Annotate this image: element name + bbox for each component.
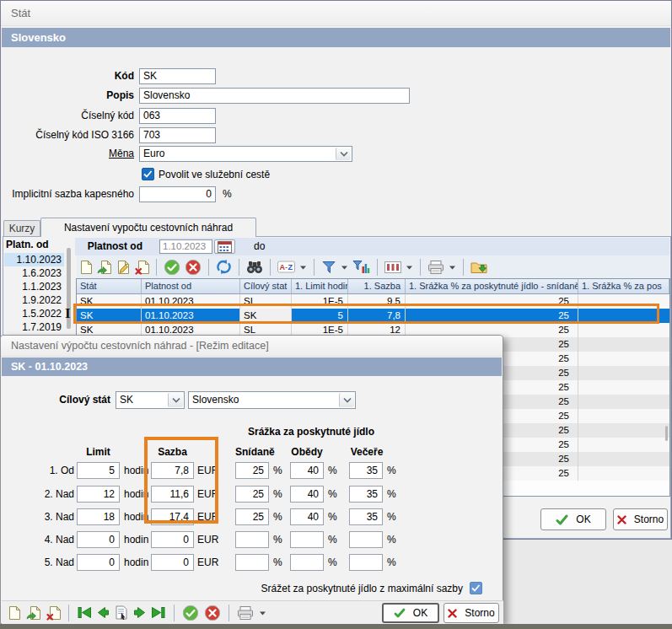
sazba-input[interactable]: 0 [151,531,194,548]
chevron-down-icon[interactable] [336,148,351,160]
nav-next-icon[interactable] [133,604,146,622]
column-header[interactable]: 1. Srážka % za poskytnuté jídlo - snídan… [406,279,578,294]
limit-input[interactable]: 0 [77,531,120,548]
snidane-input[interactable] [235,554,269,571]
dropdown-icon[interactable] [406,258,413,277]
date-list-item[interactable]: 1.7.2019 [4,320,64,334]
limit-input[interactable]: 5 [77,462,120,479]
dialog-storno-button[interactable]: Storno [444,603,499,623]
date-list-item[interactable]: 1.9.2022 [4,293,64,307]
povolit-checkbox[interactable] [142,168,154,180]
table-cell: SI [240,294,292,309]
table-scrollbar[interactable] [665,426,668,441]
tab-kurzy[interactable]: Kurzy [3,220,40,236]
dialog-ok-button[interactable]: OK [382,603,439,623]
vecere-input[interactable] [349,554,383,571]
export-folder-icon[interactable] [470,258,488,277]
ok-button[interactable]: OK [540,508,606,530]
snidane-input[interactable]: 25 [235,486,269,503]
snidane-input[interactable]: 25 [235,508,269,525]
column-header[interactable]: Cílový stat [240,279,292,294]
snidane-input[interactable] [235,531,269,548]
sazba-input[interactable]: 11,6 [151,486,194,503]
doc-new-icon[interactable] [79,258,93,277]
screen: Stát Slovensko Kód SK Popis Slovensko Čí… [0,0,672,629]
vecere-column-header: Večeře [349,446,384,458]
mena-combobox[interactable]: Euro [139,146,352,162]
limit-input[interactable]: 18 [77,508,120,525]
dropdown-icon[interactable] [259,604,266,622]
mena-label[interactable]: Měna [1,146,134,162]
date-list-item[interactable]: 1.5.2022 [4,307,64,320]
column-header[interactable]: Platnost od [142,279,240,294]
doc-delete-icon[interactable] [135,258,149,277]
vecere-input[interactable]: 35 [349,508,383,525]
obedy-input[interactable] [290,554,324,571]
iso-kod-field[interactable]: 703 [139,127,216,143]
refresh-icon[interactable] [216,258,232,277]
print-icon[interactable] [237,604,254,622]
obedy-input[interactable]: 40 [290,508,324,525]
sort-az-icon[interactable]: A-Z [277,258,295,277]
dropdown-icon[interactable] [341,258,348,277]
kod-field[interactable]: SK [139,68,216,84]
limit-input[interactable]: 12 [77,486,120,503]
sazba-input[interactable]: 0 [151,554,194,571]
nav-first-icon[interactable] [77,604,92,622]
ciselny-kod-field[interactable]: 063 [139,108,216,124]
filter-chart-icon[interactable] [352,258,370,277]
sazba-input[interactable]: 17,4 [151,508,194,525]
table-cell: SK [77,294,142,309]
snidane-input[interactable]: 25 [235,462,269,479]
column-header[interactable]: Stát [77,279,142,294]
obedy-input[interactable]: 40 [290,462,324,479]
vecere-input[interactable]: 35 [349,486,383,503]
nav-prev-icon[interactable] [97,604,110,622]
doc-edit-icon[interactable] [116,258,131,277]
srazet-checkbox[interactable] [470,582,482,594]
table-row[interactable]: SK01.10.2023SK57,825 [77,309,669,323]
nav-last-icon[interactable] [151,604,166,622]
print-icon[interactable] [427,258,444,277]
tab-nastaveni-nahrad[interactable]: Nastavení vypočtu cestovních náhrad [40,218,256,237]
column-header[interactable]: 1. Srážka % za pos [578,279,669,294]
limit-input[interactable]: 0 [77,554,120,571]
obedy-input[interactable] [290,531,324,548]
obedy-input[interactable]: 40 [290,486,324,503]
cilovy-stat-name-combobox[interactable]: Slovensko [188,391,356,409]
chevron-down-icon[interactable] [168,393,183,407]
storno-button[interactable]: Storno [613,508,668,530]
sazba-input[interactable]: 7,8 [151,462,194,479]
date-list-item[interactable]: 1.10.2023 [4,253,64,266]
doc-copy-icon[interactable] [97,258,112,277]
filter-funnel-icon[interactable] [321,258,336,277]
vecere-input[interactable] [349,531,383,548]
kapesne-field[interactable]: 0 [139,186,216,202]
ok-button-label: OK [576,513,590,525]
popis-field[interactable]: Slovensko [139,88,410,104]
doc-copy-icon[interactable] [26,604,41,622]
cancel-circle-icon[interactable] [204,604,221,622]
nav-report-icon[interactable] [115,604,128,622]
doc-delete-icon[interactable] [46,604,61,622]
date-list-item[interactable]: 1.1.2023 [4,280,64,293]
table-cell: SK [240,309,292,323]
dropdown-icon[interactable] [299,258,307,277]
columns-icon[interactable] [384,258,401,277]
chevron-down-icon[interactable] [339,393,354,407]
ok-circle-icon[interactable] [164,258,180,277]
date-list-item[interactable]: 1.6.2023 [4,266,64,280]
ok-circle-icon[interactable] [182,604,199,622]
doc-new-icon[interactable] [8,604,21,622]
binoculars-icon[interactable] [246,258,263,277]
platnost-od-input[interactable]: 1.10.2023 [159,239,212,254]
column-header[interactable]: 1. Limit hodin [292,279,348,294]
toolbar-separator [420,259,421,276]
dropdown-icon[interactable] [449,258,456,277]
table-row[interactable]: SK01.10.2023SI1E-59,525 [77,294,669,309]
column-header[interactable]: 1. Sazba [348,279,406,294]
cancel-circle-icon[interactable] [185,258,202,277]
vecere-input[interactable]: 35 [349,462,383,479]
calendar-button[interactable] [214,239,235,254]
cilovy-stat-code-combobox[interactable]: SK [116,391,185,409]
